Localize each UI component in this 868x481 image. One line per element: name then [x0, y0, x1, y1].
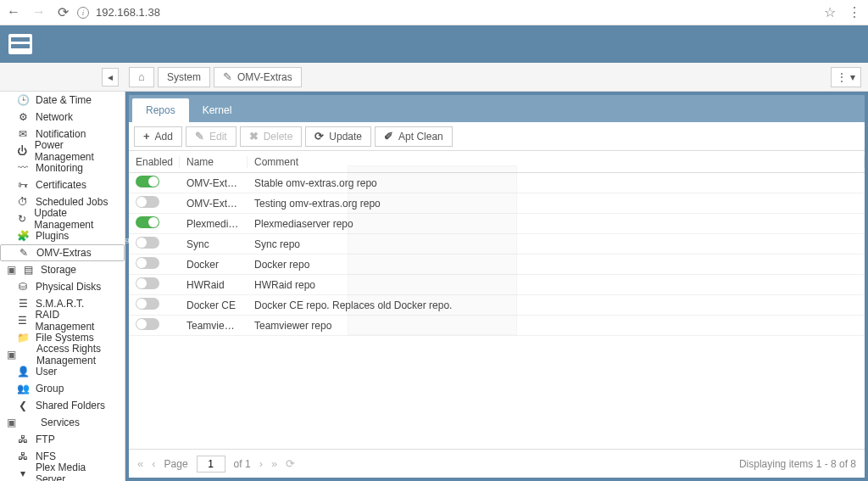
sidebar-item-network[interactable]: ⚙Network — [0, 109, 125, 126]
page-menu-button[interactable]: ⋮ ▾ — [831, 67, 861, 87]
table-row[interactable]: HWRaidHWRaid repo — [129, 275, 865, 295]
update-button[interactable]: ⟳ Update — [305, 126, 371, 147]
sidebar-item-ftp[interactable]: 🖧FTP — [0, 431, 125, 448]
enabled-toggle[interactable] — [136, 298, 159, 310]
enabled-toggle[interactable] — [136, 237, 159, 249]
repo-comment: Teamviewer repo — [248, 320, 865, 332]
sidebar-item-certificates[interactable]: 🗝Certificates — [0, 176, 125, 193]
col-name[interactable]: Name — [180, 156, 248, 168]
enabled-toggle[interactable] — [136, 216, 159, 228]
sidebar-item-label: Network — [36, 111, 73, 123]
sidebar-item-shared-folders[interactable]: ❮Shared Folders — [0, 397, 125, 414]
sidebar-item-label: RAID Management — [35, 309, 118, 333]
ftp-icon: 🖧 — [17, 433, 29, 445]
table-row[interactable]: OMV-Extra...Testing omv-extras.org repo — [129, 193, 865, 214]
enabled-toggle[interactable] — [136, 257, 159, 269]
logo-icon — [8, 34, 32, 54]
plugins-icon: 🧩 — [17, 230, 29, 242]
add-button[interactable]: + Add — [134, 126, 182, 147]
sidebar-item-raid-management[interactable]: ☰RAID Management — [0, 312, 125, 329]
repo-comment: Testing omv-extras.org repo — [248, 198, 865, 210]
plus-icon: + — [143, 130, 150, 143]
refresh-pager-icon[interactable]: ⟳ — [286, 457, 295, 470]
prev-page-icon[interactable]: ‹ — [152, 457, 155, 470]
sidebar-item-group[interactable]: 👥Group — [0, 380, 125, 397]
breadcrumb-current[interactable]: ✎ OMV-Extras — [214, 67, 302, 87]
table-row[interactable]: Plexmedias...Plexmediaserver repo — [129, 214, 865, 234]
plex-media-server-icon: ▾ — [17, 467, 29, 479]
repo-comment: Stable omv-extras.org repo — [248, 177, 865, 189]
sidebar-item-date-time[interactable]: 🕒Date & Time — [0, 92, 125, 109]
sidebar-item-label: Date & Time — [36, 94, 92, 106]
enabled-toggle[interactable] — [136, 318, 159, 330]
sidebar-collapse-button[interactable]: ◂ — [102, 68, 119, 87]
table-row[interactable]: Docker CEDocker CE repo. Replaces old Do… — [129, 295, 865, 316]
sidebar-item-label: Physical Disks — [36, 281, 101, 293]
certificates-icon: 🗝 — [17, 179, 29, 191]
sidebar-item-label: Certificates — [36, 179, 86, 191]
enabled-toggle[interactable] — [136, 277, 159, 289]
sidebar-item-plex-media-server[interactable]: ▾Plex Media Server — [0, 465, 125, 481]
edit-button[interactable]: ✎ Edit — [186, 126, 236, 147]
repo-name: Sync — [180, 238, 248, 250]
repo-name: OMV-Extra... — [180, 177, 248, 189]
shared-folders-icon: ❮ — [17, 400, 29, 411]
repo-name: Docker CE — [180, 299, 248, 311]
sidebar-item-label: Access Rights Management — [36, 343, 118, 366]
first-page-icon[interactable]: « — [137, 457, 143, 470]
notification-icon: ✉ — [17, 128, 29, 140]
group-icon: 👥 — [17, 383, 29, 394]
sidebar-item-services[interactable]: ▣Services — [0, 414, 125, 431]
col-enabled[interactable]: Enabled — [129, 156, 180, 168]
collapse-icon: ▣ — [7, 349, 15, 361]
table-row[interactable]: SyncSync repo — [129, 234, 865, 254]
next-page-icon[interactable]: › — [259, 457, 263, 470]
delete-icon: ✖ — [249, 130, 259, 143]
sidebar: 🕒Date & Time⚙Network✉Notification⏻Power … — [0, 92, 125, 481]
repo-name: OMV-Extra... — [180, 198, 248, 210]
repo-grid: Enabled Name Comment OMV-Extra...Stable … — [129, 151, 865, 449]
sidebar-item-power-management[interactable]: ⏻Power Management — [0, 143, 125, 159]
repo-comment: HWRaid repo — [248, 279, 865, 291]
page-input[interactable] — [197, 456, 225, 473]
date-time-icon: 🕒 — [17, 94, 29, 106]
sidebar-item-storage[interactable]: ▣▤Storage — [0, 261, 125, 278]
sidebar-item-access-rights-management[interactable]: ▣Access Rights Management — [0, 346, 125, 363]
apt-clean-button[interactable]: ✐ Apt Clean — [375, 126, 453, 147]
breadcrumb-system[interactable]: System — [158, 67, 210, 87]
table-row[interactable]: OMV-Extra...Stable omv-extras.org repo — [129, 173, 865, 193]
sidebar-item-label: Monitoring — [36, 162, 83, 174]
grid-header: Enabled Name Comment — [129, 151, 865, 173]
sidebar-item-physical-disks[interactable]: ⛁Physical Disks — [0, 278, 125, 295]
delete-button[interactable]: ✖ Delete — [240, 126, 303, 147]
sidebar-item-label: Notification — [36, 128, 86, 140]
sidebar-item-label: Plex Media Server — [36, 461, 118, 481]
page-total: of 1 — [234, 458, 251, 470]
tab-kernel[interactable]: Kernel — [189, 98, 246, 122]
breadcrumb-home[interactable]: ⌂ — [129, 67, 154, 87]
table-row[interactable]: DockerDocker repo — [129, 254, 865, 275]
repo-name: HWRaid — [180, 279, 248, 291]
tab-bar: Repos Kernel — [129, 95, 865, 122]
enabled-toggle[interactable] — [136, 196, 159, 208]
sidebar-item-label: Scheduled Jobs — [36, 196, 108, 208]
chevron-down-icon: ▾ — [850, 71, 855, 83]
table-row[interactable]: TeamviewerTeamviewer repo — [129, 316, 865, 336]
star-icon[interactable]: ☆ — [824, 4, 836, 20]
pager: « ‹ Page of 1 › » ⟳ Displaying items 1 -… — [129, 449, 865, 478]
collapse-icon: ▣ — [7, 264, 15, 276]
menu-icon[interactable]: ⋮ — [848, 4, 861, 20]
edit-icon: ✎ — [195, 130, 204, 143]
col-comment[interactable]: Comment — [248, 156, 865, 168]
omv-extras-icon: ✎ — [18, 247, 30, 259]
last-page-icon[interactable]: » — [271, 457, 277, 470]
tab-repos[interactable]: Repos — [132, 98, 189, 122]
sidebar-item-label: OMV-Extras — [36, 247, 92, 259]
pager-status: Displaying items 1 - 8 of 8 — [739, 458, 856, 470]
page-label: Page — [164, 458, 188, 470]
toolbar: + Add ✎ Edit ✖ Delete ⟳ Update ✐ Apt C — [129, 122, 865, 151]
enabled-toggle[interactable] — [136, 176, 159, 187]
sidebar-item-update-management[interactable]: ↻Update Management — [0, 210, 125, 227]
sidebar-item-label: Plugins — [36, 230, 69, 242]
sidebar-item-omv-extras[interactable]: ✎OMV-Extras — [0, 244, 125, 261]
